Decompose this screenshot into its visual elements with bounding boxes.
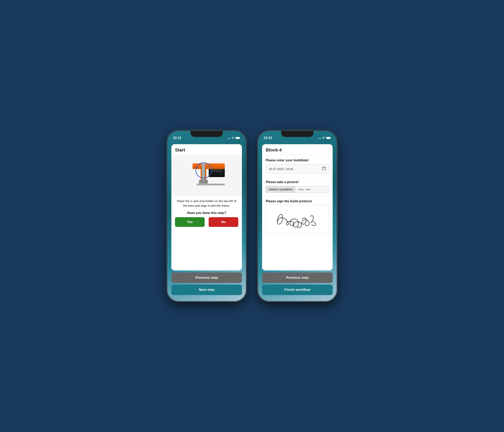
signature-svg: [266, 205, 329, 233]
builddate-label: Please enter your builddate!: [266, 158, 329, 162]
time-2: 10:12: [264, 136, 272, 140]
instruction-image: PRUS: [171, 155, 242, 196]
file-input-wrapper: Dateien auswählen Kein…ählt: [266, 186, 329, 193]
card-title-2: Block-4: [266, 147, 282, 152]
calendar-icon: [322, 166, 326, 171]
status-bar-2: 10:12 ▪▪▪: [258, 131, 337, 141]
card-header-2: Block-4: [262, 144, 333, 155]
no-file-text: Kein…ählt: [296, 186, 329, 193]
screen-content-2: Block-4 Please enter your builddate! 15.…: [258, 142, 337, 301]
yes-button[interactable]: Yes: [175, 217, 205, 227]
date-input-wrapper[interactable]: 15.07.2022, 18:26: [266, 164, 329, 174]
scene: 10:12 ▪▪▪: [167, 131, 337, 301]
time-1: 10:12: [173, 136, 181, 140]
battery-icon-2: [326, 137, 331, 140]
status-bar-1: 10:12 ▪▪▪: [167, 131, 246, 141]
status-icons-2: ▪▪▪: [318, 137, 331, 140]
battery-icon-1: [235, 137, 240, 140]
instruction-text: Place the Z-axis end holder on the top l…: [171, 196, 242, 210]
card-header-1: Start: [171, 144, 242, 155]
signature-box[interactable]: [266, 205, 329, 233]
picture-section: Please take a picture! Dateien auswählen…: [262, 177, 333, 196]
nav-buttons-2: Previous step Finish workflow: [262, 273, 333, 295]
choose-file-button[interactable]: Dateien auswählen: [266, 186, 296, 193]
finish-workflow-button[interactable]: Finish workflow: [262, 285, 333, 295]
block4-card: Block-4 Please enter your builddate! 15.…: [262, 144, 333, 270]
screen-content-1: Start PRUS: [167, 142, 246, 301]
svg-rect-2: [326, 137, 330, 139]
phone-1: 10:12 ▪▪▪: [167, 131, 246, 301]
wifi-icon-2: [322, 137, 325, 140]
builddate-section: Please enter your builddate! 15.07.2022,…: [262, 155, 333, 177]
svg-rect-1: [240, 138, 240, 138]
printer-illustration: PRUS: [187, 159, 227, 192]
card-title-1: Start: [175, 147, 185, 152]
date-input-value: 15.07.2022, 18:26: [269, 167, 293, 171]
picture-label: Please take a picture!: [266, 180, 329, 184]
start-card: Start PRUS: [171, 144, 242, 270]
card-body-2: Please enter your builddate! 15.07.2022,…: [262, 155, 333, 270]
bracket-horizontal: [193, 163, 225, 169]
signal-icon-2: ▪▪▪: [318, 137, 321, 140]
svg-rect-4: [322, 167, 326, 170]
signature-section: Please sign the build protocol.: [262, 196, 333, 237]
wifi-icon-1: [231, 137, 234, 140]
signature-label: Please sign the build protocol.: [266, 200, 329, 203]
status-icons-1: ▪▪▪: [228, 137, 240, 140]
prev-step-button-2[interactable]: Previous step: [262, 273, 333, 283]
phone-2: 10:12 ▪▪▪: [258, 131, 337, 301]
signal-icon-1: ▪▪▪: [228, 137, 230, 140]
horizontal-rod: [197, 184, 225, 185]
svg-rect-3: [330, 138, 331, 138]
nav-buttons-1: Previous step Next step: [171, 273, 242, 295]
no-button[interactable]: No: [209, 217, 238, 227]
yes-no-row: Yes No: [171, 217, 242, 230]
bracket-base: [199, 180, 208, 184]
svg-rect-0: [236, 137, 240, 139]
question-text: Have you done this step?: [171, 210, 242, 217]
card-body-1: PRUS: [171, 155, 242, 270]
prev-step-button-1[interactable]: Previous step: [171, 273, 242, 283]
next-step-button[interactable]: Next step: [171, 285, 242, 295]
